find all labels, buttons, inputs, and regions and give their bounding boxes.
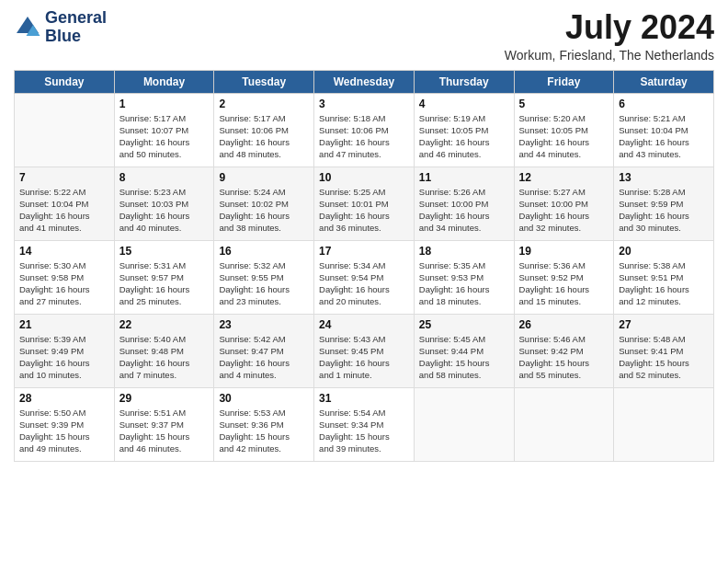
day-info: Sunrise: 5:20 AM Sunset: 10:05 PM Daylig… <box>519 112 609 161</box>
day-number: 6 <box>619 98 709 110</box>
page-header: General Blue July 2024 Workum, Friesland… <box>14 9 714 63</box>
day-of-week-header: Saturday <box>614 70 714 93</box>
day-number: 17 <box>319 245 409 258</box>
day-number: 14 <box>19 245 109 258</box>
calendar-cell: 11Sunrise: 5:26 AM Sunset: 10:00 PM Dayl… <box>414 167 514 240</box>
title-area: July 2024 Workum, Friesland, The Netherl… <box>505 9 714 63</box>
day-info: Sunrise: 5:23 AM Sunset: 10:03 PM Daylig… <box>119 186 210 235</box>
day-info: Sunrise: 5:17 AM Sunset: 10:07 PM Daylig… <box>119 112 210 161</box>
day-number: 19 <box>519 245 609 258</box>
calendar-cell: 24Sunrise: 5:43 AM Sunset: 9:45 PM Dayli… <box>314 314 415 387</box>
calendar-cell: 8Sunrise: 5:23 AM Sunset: 10:03 PM Dayli… <box>114 167 214 240</box>
day-number: 30 <box>219 392 309 405</box>
calendar-cell: 20Sunrise: 5:38 AM Sunset: 9:51 PM Dayli… <box>614 240 714 314</box>
calendar-cell: 29Sunrise: 5:51 AM Sunset: 9:37 PM Dayli… <box>114 387 214 461</box>
day-info: Sunrise: 5:17 AM Sunset: 10:06 PM Daylig… <box>219 112 309 161</box>
day-info: Sunrise: 5:38 AM Sunset: 9:51 PM Dayligh… <box>619 259 709 308</box>
day-info: Sunrise: 5:28 AM Sunset: 9:59 PM Dayligh… <box>619 186 709 235</box>
calendar-cell: 25Sunrise: 5:45 AM Sunset: 9:44 PM Dayli… <box>414 314 514 387</box>
day-number: 21 <box>19 318 109 331</box>
day-info: Sunrise: 5:46 AM Sunset: 9:42 PM Dayligh… <box>519 333 609 382</box>
calendar-cell: 23Sunrise: 5:42 AM Sunset: 9:47 PM Dayli… <box>214 314 314 387</box>
day-of-week-header: Sunday <box>15 70 115 93</box>
calendar-cell: 16Sunrise: 5:32 AM Sunset: 9:55 PM Dayli… <box>214 240 314 314</box>
day-info: Sunrise: 5:54 AM Sunset: 9:34 PM Dayligh… <box>319 407 409 455</box>
logo-icon <box>14 14 41 41</box>
day-info: Sunrise: 5:35 AM Sunset: 9:53 PM Dayligh… <box>419 259 509 308</box>
calendar-cell: 22Sunrise: 5:40 AM Sunset: 9:48 PM Dayli… <box>114 314 214 387</box>
calendar-cell: 28Sunrise: 5:50 AM Sunset: 9:39 PM Dayli… <box>15 387 115 461</box>
day-info: Sunrise: 5:48 AM Sunset: 9:41 PM Dayligh… <box>619 333 709 382</box>
day-number: 22 <box>119 318 210 331</box>
calendar-cell: 19Sunrise: 5:36 AM Sunset: 9:52 PM Dayli… <box>514 240 614 314</box>
day-number: 29 <box>119 392 210 405</box>
day-number: 7 <box>19 171 109 184</box>
day-number: 16 <box>219 245 309 258</box>
day-number: 23 <box>219 318 309 331</box>
day-number: 15 <box>119 245 210 258</box>
day-number: 24 <box>319 318 409 331</box>
day-number: 20 <box>619 245 709 258</box>
day-number: 25 <box>419 318 509 331</box>
calendar-cell: 31Sunrise: 5:54 AM Sunset: 9:34 PM Dayli… <box>314 387 415 461</box>
day-info: Sunrise: 5:36 AM Sunset: 9:52 PM Dayligh… <box>519 259 609 308</box>
day-info: Sunrise: 5:25 AM Sunset: 10:01 PM Daylig… <box>319 186 409 235</box>
day-info: Sunrise: 5:51 AM Sunset: 9:37 PM Dayligh… <box>119 407 210 455</box>
day-info: Sunrise: 5:32 AM Sunset: 9:55 PM Dayligh… <box>219 259 309 308</box>
day-info: Sunrise: 5:18 AM Sunset: 10:06 PM Daylig… <box>319 112 409 161</box>
day-info: Sunrise: 5:42 AM Sunset: 9:47 PM Dayligh… <box>219 333 309 382</box>
calendar-cell: 27Sunrise: 5:48 AM Sunset: 9:41 PM Dayli… <box>614 314 714 387</box>
day-info: Sunrise: 5:53 AM Sunset: 9:36 PM Dayligh… <box>219 407 309 455</box>
day-number: 4 <box>419 98 509 110</box>
calendar-cell: 15Sunrise: 5:31 AM Sunset: 9:57 PM Dayli… <box>114 240 214 314</box>
day-of-week-header: Tuesday <box>214 70 314 93</box>
calendar-cell: 7Sunrise: 5:22 AM Sunset: 10:04 PM Dayli… <box>15 167 115 240</box>
calendar-cell <box>614 387 714 461</box>
day-of-week-header: Friday <box>514 70 614 93</box>
logo: General Blue <box>14 9 107 46</box>
calendar-cell: 5Sunrise: 5:20 AM Sunset: 10:05 PM Dayli… <box>514 93 614 167</box>
calendar-cell: 30Sunrise: 5:53 AM Sunset: 9:36 PM Dayli… <box>214 387 314 461</box>
calendar-cell: 9Sunrise: 5:24 AM Sunset: 10:02 PM Dayli… <box>214 167 314 240</box>
day-of-week-header: Monday <box>114 70 214 93</box>
day-number: 18 <box>419 245 509 258</box>
calendar-cell: 13Sunrise: 5:28 AM Sunset: 9:59 PM Dayli… <box>614 167 714 240</box>
day-number: 26 <box>519 318 609 331</box>
calendar-cell: 18Sunrise: 5:35 AM Sunset: 9:53 PM Dayli… <box>414 240 514 314</box>
day-info: Sunrise: 5:39 AM Sunset: 9:49 PM Dayligh… <box>19 333 109 382</box>
day-number: 27 <box>619 318 709 331</box>
day-number: 31 <box>319 392 409 405</box>
day-number: 3 <box>319 98 409 110</box>
logo-text: General Blue <box>45 9 107 46</box>
location-subtitle: Workum, Friesland, The Netherlands <box>505 48 714 63</box>
calendar-cell: 26Sunrise: 5:46 AM Sunset: 9:42 PM Dayli… <box>514 314 614 387</box>
day-info: Sunrise: 5:19 AM Sunset: 10:05 PM Daylig… <box>419 112 509 161</box>
day-number: 13 <box>619 171 709 184</box>
day-number: 1 <box>119 98 210 110</box>
calendar-cell: 6Sunrise: 5:21 AM Sunset: 10:04 PM Dayli… <box>614 93 714 167</box>
calendar-cell: 3Sunrise: 5:18 AM Sunset: 10:06 PM Dayli… <box>314 93 415 167</box>
day-of-week-header: Thursday <box>414 70 514 93</box>
day-info: Sunrise: 5:21 AM Sunset: 10:04 PM Daylig… <box>619 112 709 161</box>
day-number: 12 <box>519 171 609 184</box>
calendar-cell: 10Sunrise: 5:25 AM Sunset: 10:01 PM Dayl… <box>314 167 415 240</box>
day-number: 28 <box>19 392 109 405</box>
calendar-cell: 17Sunrise: 5:34 AM Sunset: 9:54 PM Dayli… <box>314 240 415 314</box>
calendar-cell <box>15 93 115 167</box>
month-year-title: July 2024 <box>505 9 714 46</box>
day-info: Sunrise: 5:34 AM Sunset: 9:54 PM Dayligh… <box>319 259 409 308</box>
day-number: 5 <box>519 98 609 110</box>
day-info: Sunrise: 5:50 AM Sunset: 9:39 PM Dayligh… <box>19 407 109 455</box>
calendar-cell: 12Sunrise: 5:27 AM Sunset: 10:00 PM Dayl… <box>514 167 614 240</box>
day-number: 10 <box>319 171 409 184</box>
calendar-cell <box>514 387 614 461</box>
day-info: Sunrise: 5:24 AM Sunset: 10:02 PM Daylig… <box>219 186 309 235</box>
day-info: Sunrise: 5:31 AM Sunset: 9:57 PM Dayligh… <box>119 259 210 308</box>
day-info: Sunrise: 5:27 AM Sunset: 10:00 PM Daylig… <box>519 186 609 235</box>
day-info: Sunrise: 5:22 AM Sunset: 10:04 PM Daylig… <box>19 186 109 235</box>
day-info: Sunrise: 5:26 AM Sunset: 10:00 PM Daylig… <box>419 186 509 235</box>
calendar-cell <box>414 387 514 461</box>
day-number: 8 <box>119 171 210 184</box>
day-info: Sunrise: 5:43 AM Sunset: 9:45 PM Dayligh… <box>319 333 409 382</box>
calendar-cell: 1Sunrise: 5:17 AM Sunset: 10:07 PM Dayli… <box>114 93 214 167</box>
